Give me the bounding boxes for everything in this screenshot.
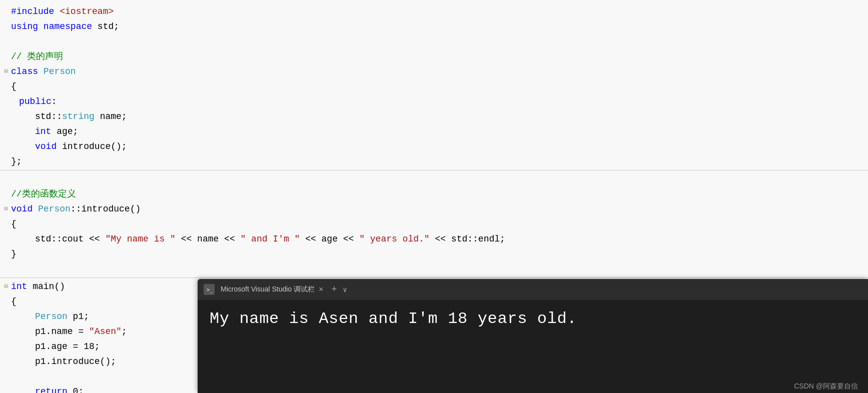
code-line-10: void introduce(); [0,139,868,154]
terminal-output: My name is Asen and I'm 18 years old. [210,308,856,330]
code-line-11: }; [0,154,868,169]
svg-text:>_: >_ [207,287,213,293]
code-line-3 [0,34,868,49]
terminal-close-button[interactable]: × [319,286,323,294]
terminal-title: Microsoft Visual Studio 调试栏 [221,285,315,294]
separator-1 [0,170,868,170]
terminal-chevron-button[interactable]: ∨ [343,286,347,294]
terminal-tab[interactable]: Microsoft Visual Studio 调试栏 × [221,285,323,294]
fold-icon-14[interactable]: ⊟ [2,205,10,213]
code-line-8: std::string name; [0,109,868,124]
code-line-12 [0,172,868,186]
code-line-14: ⊟ void Person::introduce() [0,202,868,216]
code-editor: #include <iostream> using namespace std;… [0,0,868,393]
fold-icon-1[interactable] [2,8,10,16]
fold-icon-19[interactable]: ⊟ [2,282,10,290]
keyword-include: #include [11,4,54,19]
terminal-titlebar: >_ Microsoft Visual Studio 调试栏 × + ∨ [198,279,868,300]
terminal-body: My name is Asen and I'm 18 years old. [198,300,868,338]
code-line-18 [0,262,868,276]
code-line-15: { [0,216,868,232]
code-line-7: public: [0,94,868,109]
fold-icon-2[interactable] [2,22,10,30]
code-line-5: ⊟ class Person [0,64,868,79]
watermark-text: CSDN @阿森要自信 [794,382,858,391]
comment-func-def: //类的函数定义 [11,187,76,202]
code-line-16: std::cout << "My name is " << name << " … [0,232,868,246]
terminal-add-button[interactable]: + [331,284,337,294]
code-line-4: // 类的声明 [0,49,868,64]
comment-class-decl: // 类的声明 [11,50,63,64]
code-line-1: #include <iostream> [0,4,868,19]
code-line-9: int age; [0,124,868,139]
terminal-window: >_ Microsoft Visual Studio 调试栏 × + ∨ My … [198,279,868,393]
code-line-2: using namespace std; [0,19,868,34]
terminal-app-icon: >_ [204,284,215,295]
separator-2 [0,278,868,278]
include-lib: <iostream> [60,4,114,19]
fold-icon-5[interactable]: ⊟ [2,68,10,76]
code-line-6: { [0,79,868,94]
code-line-13: //类的函数定义 [0,186,868,202]
code-line-17: } [0,246,868,262]
